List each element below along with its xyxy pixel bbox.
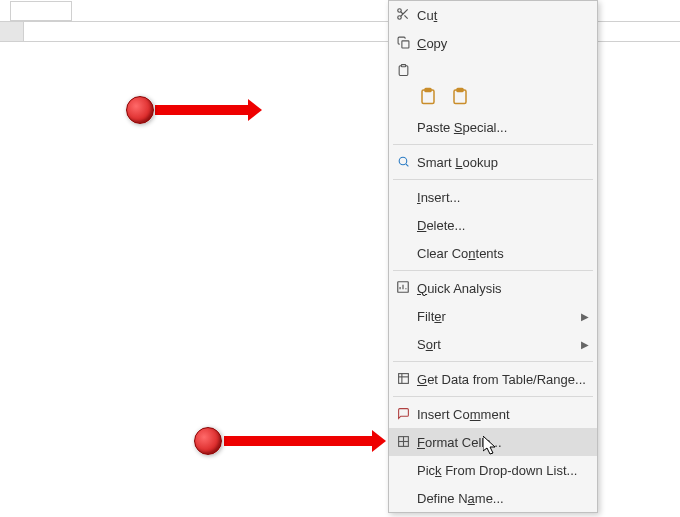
menu-separator bbox=[393, 396, 593, 397]
menu-insert[interactable]: Insert... bbox=[389, 183, 597, 211]
menu-separator bbox=[393, 179, 593, 180]
menu-insert-comment[interactable]: Insert Comment bbox=[389, 400, 597, 428]
menu-label: Insert Comment bbox=[417, 407, 510, 422]
search-icon bbox=[395, 153, 411, 169]
svg-point-1 bbox=[398, 16, 402, 20]
menu-delete[interactable]: Delete... bbox=[389, 211, 597, 239]
menu-label: Smart Lookup bbox=[417, 155, 498, 170]
menu-label: Clear Contents bbox=[417, 246, 504, 261]
svg-rect-7 bbox=[425, 89, 431, 92]
svg-rect-8 bbox=[457, 89, 463, 92]
clipboard-icon bbox=[395, 62, 411, 78]
menu-copy[interactable]: Copy bbox=[389, 29, 597, 57]
paste-option-keep[interactable] bbox=[417, 85, 439, 107]
menu-label: Sort bbox=[417, 337, 441, 352]
menu-label: Filter bbox=[417, 309, 446, 324]
chevron-right-icon: ▶ bbox=[581, 339, 589, 350]
arrow-1 bbox=[155, 105, 250, 115]
table-icon bbox=[395, 370, 411, 386]
svg-line-4 bbox=[401, 12, 403, 14]
menu-label: Define Name... bbox=[417, 491, 504, 506]
svg-line-3 bbox=[404, 15, 407, 18]
menu-get-data[interactable]: Get Data from Table/Range... bbox=[389, 365, 597, 393]
menu-label: Get Data from Table/Range... bbox=[417, 372, 586, 387]
svg-point-0 bbox=[398, 9, 402, 13]
copy-icon bbox=[395, 34, 411, 50]
arrow-2 bbox=[224, 436, 374, 446]
context-menu: Cut Copy Paste Special... Smart Lookup I… bbox=[388, 0, 598, 513]
svg-rect-5 bbox=[401, 40, 408, 47]
menu-label: Cut bbox=[417, 8, 437, 23]
menu-pick-list[interactable]: Pick From Drop-down List... bbox=[389, 456, 597, 484]
menu-sort[interactable]: Sort▶ bbox=[389, 330, 597, 358]
svg-rect-6 bbox=[401, 65, 405, 67]
menu-label: Insert... bbox=[417, 190, 460, 205]
menu-paste-options-header bbox=[389, 57, 597, 81]
menu-separator bbox=[393, 270, 593, 271]
menu-format-cells[interactable]: Format Cells... bbox=[389, 428, 597, 456]
menu-filter[interactable]: Filter▶ bbox=[389, 302, 597, 330]
menu-smart-lookup[interactable]: Smart Lookup bbox=[389, 148, 597, 176]
select-all-corner[interactable] bbox=[0, 22, 24, 41]
format-cells-icon bbox=[395, 433, 411, 449]
paste-option-values[interactable] bbox=[449, 85, 471, 107]
menu-clear[interactable]: Clear Contents bbox=[389, 239, 597, 267]
scissors-icon bbox=[395, 6, 411, 22]
menu-cut[interactable]: Cut bbox=[389, 1, 597, 29]
menu-quick-analysis[interactable]: Quick Analysis bbox=[389, 274, 597, 302]
menu-label: Copy bbox=[417, 36, 447, 51]
svg-point-9 bbox=[399, 157, 407, 165]
chevron-right-icon: ▶ bbox=[581, 311, 589, 322]
quick-analysis-icon bbox=[395, 279, 411, 295]
menu-label: Paste Special... bbox=[417, 120, 507, 135]
menu-label: Quick Analysis bbox=[417, 281, 502, 296]
svg-rect-15 bbox=[398, 373, 408, 383]
name-box[interactable] bbox=[10, 1, 72, 21]
paste-options-row bbox=[389, 81, 597, 113]
svg-line-10 bbox=[406, 164, 408, 166]
menu-define-name[interactable]: Define Name... bbox=[389, 484, 597, 512]
callout-1 bbox=[126, 96, 154, 124]
menu-label: Delete... bbox=[417, 218, 465, 233]
callout-2 bbox=[194, 427, 222, 455]
menu-separator bbox=[393, 144, 593, 145]
menu-label: Pick From Drop-down List... bbox=[417, 463, 577, 478]
menu-separator bbox=[393, 361, 593, 362]
comment-icon bbox=[395, 405, 411, 421]
menu-paste-special[interactable]: Paste Special... bbox=[389, 113, 597, 141]
menu-label: Format Cells... bbox=[417, 435, 502, 450]
